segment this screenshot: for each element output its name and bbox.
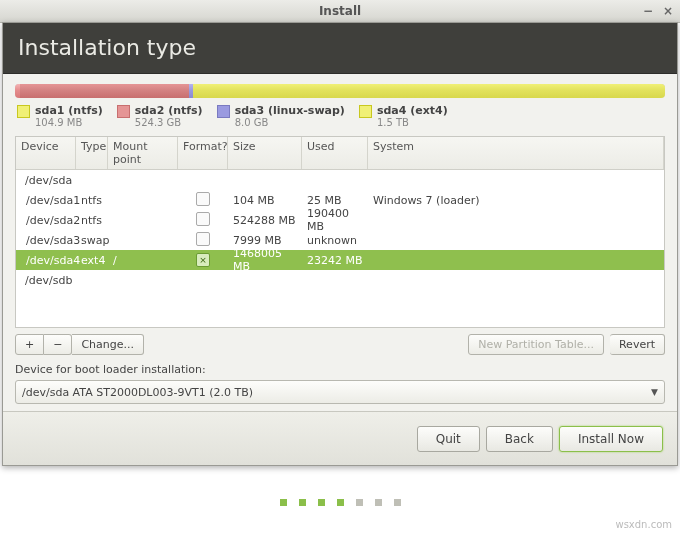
minimize-button[interactable]: − [640,3,656,19]
col-used[interactable]: Used [302,137,368,169]
step-dot [394,499,401,506]
cell-used: 25 MB [302,194,368,207]
col-mount[interactable]: Mount point [108,137,178,169]
table-row[interactable]: /dev/sda [16,170,664,190]
table-row[interactable]: /dev/sda4ext4/×1468005 MB23242 MB [16,250,664,270]
legend-size: 524.3 GB [135,117,203,128]
content-area: sda1 (ntfs)104.9 MBsda2 (ntfs)524.3 GBsd… [3,73,677,411]
cell-type: swap [76,234,108,247]
legend-item: sda2 (ntfs)524.3 GB [117,104,203,128]
cell-size: 1468005 MB [228,247,302,273]
back-button[interactable]: Back [486,426,553,452]
legend-swatch [17,105,30,118]
cell-format[interactable] [178,232,228,249]
table-toolbar: + − Change... New Partition Table... Rev… [15,334,665,355]
table-row[interactable]: /dev/sdb [16,270,664,290]
disk-usage-bar [15,84,665,98]
legend-size: 104.9 MB [35,117,103,128]
legend-item: sda4 (ext4)1.5 TB [359,104,448,128]
add-button[interactable]: + [15,334,44,355]
window-title: Install [319,4,361,18]
legend-name: sda2 (ntfs) [135,104,203,117]
step-dot [280,499,287,506]
legend-name: sda4 (ext4) [377,104,448,117]
wizard-footer: Quit Back Install Now [3,411,677,465]
col-device[interactable]: Device [16,137,76,169]
cell-system: Windows 7 (loader) [368,194,664,207]
format-checkbox[interactable]: × [196,253,210,267]
cell-size: 524288 MB [228,214,302,227]
legend-item: sda1 (ntfs)104.9 MB [17,104,103,128]
format-checkbox[interactable] [196,212,210,226]
col-type[interactable]: Type [76,137,108,169]
cell-used: unknown [302,234,368,247]
cell-device: /dev/sda4 [16,254,76,267]
chevron-down-icon: ▼ [651,387,658,397]
col-size[interactable]: Size [228,137,302,169]
disk-segment [20,84,189,98]
installer-window: Installation type sda1 (ntfs)104.9 MBsda… [2,22,678,466]
cell-used: 190400 MB [302,207,368,233]
partition-legend: sda1 (ntfs)104.9 MBsda2 (ntfs)524.3 GBsd… [17,104,663,128]
legend-size: 1.5 TB [377,117,448,128]
titlebar: Install − × [0,0,680,23]
step-dot [356,499,363,506]
legend-size: 8.0 GB [235,117,345,128]
col-format[interactable]: Format? [178,137,228,169]
cell-used: 23242 MB [302,254,368,267]
step-dot [318,499,325,506]
disk-segment [193,84,665,98]
legend-swatch [117,105,130,118]
cell-size: 7999 MB [228,234,302,247]
step-dot [299,499,306,506]
cell-type: ext4 [76,254,108,267]
install-now-button[interactable]: Install Now [559,426,663,452]
legend-name: sda1 (ntfs) [35,104,103,117]
device-name: /dev/sdb [20,274,77,287]
legend-name: sda3 (linux-swap) [235,104,345,117]
cell-type: ntfs [76,214,108,227]
format-checkbox[interactable] [196,192,210,206]
new-partition-table-button[interactable]: New Partition Table... [468,334,604,355]
bootloader-device-value: /dev/sda ATA ST2000DL003-9VT1 (2.0 TB) [22,386,253,399]
cell-size: 104 MB [228,194,302,207]
cell-format[interactable] [178,212,228,229]
cell-device: /dev/sda1 [16,194,76,207]
table-row[interactable]: /dev/sda3swap7999 MBunknown [16,230,664,250]
quit-button[interactable]: Quit [417,426,480,452]
legend-swatch [359,105,372,118]
partition-table[interactable]: Device Type Mount point Format? Size Use… [15,136,665,328]
bootloader-label: Device for boot loader installation: [15,363,665,376]
bootloader-device-combo[interactable]: /dev/sda ATA ST2000DL003-9VT1 (2.0 TB) ▼ [15,380,665,404]
cell-device: /dev/sda3 [16,234,76,247]
remove-button[interactable]: − [44,334,72,355]
table-row[interactable]: /dev/sda2ntfs524288 MB190400 MB [16,210,664,230]
close-button[interactable]: × [660,3,676,19]
revert-button[interactable]: Revert [610,334,665,355]
page-title: Installation type [3,23,677,70]
cell-format[interactable] [178,192,228,209]
table-header: Device Type Mount point Format? Size Use… [16,137,664,170]
step-dot [337,499,344,506]
col-system[interactable]: System [368,137,664,169]
cell-device: /dev/sda2 [16,214,76,227]
step-dot [375,499,382,506]
cell-type: ntfs [76,194,108,207]
legend-item: sda3 (linux-swap)8.0 GB [217,104,345,128]
cell-mount: / [108,254,178,267]
watermark: wsxdn.com [615,519,672,530]
step-indicator [0,499,680,506]
legend-swatch [217,105,230,118]
device-name: /dev/sda [20,174,77,187]
cell-format[interactable]: × [178,253,228,267]
format-checkbox[interactable] [196,232,210,246]
change-button[interactable]: Change... [72,334,144,355]
